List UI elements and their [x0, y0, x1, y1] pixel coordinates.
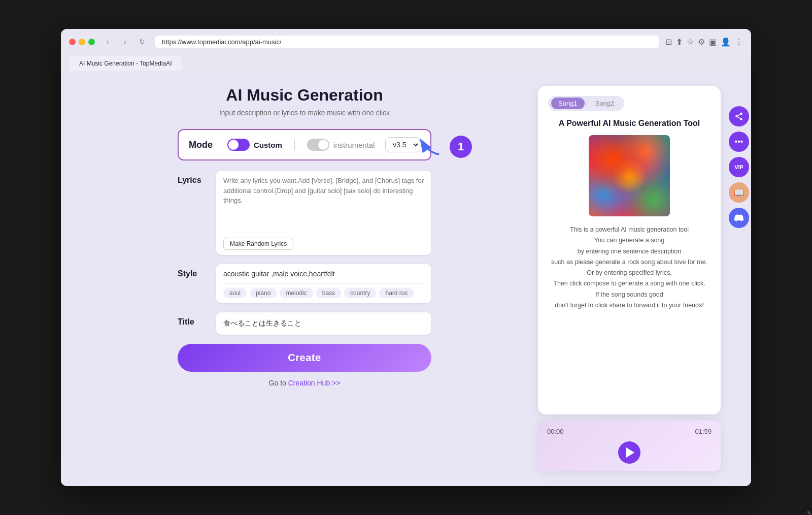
traffic-lights	[69, 39, 95, 45]
svg-point-3	[740, 118, 742, 120]
song-card-title: A Powerful AI Music Generation Tool	[559, 119, 700, 128]
title-row: Title	[178, 312, 431, 335]
creation-hub-anchor[interactable]: Creation Hub >>	[288, 379, 341, 387]
step-1-badge: 1	[450, 136, 472, 158]
svg-point-2	[735, 115, 738, 118]
address-bar[interactable]: https://www.topmediai.com/app/ai-music/	[155, 36, 659, 48]
browser-tab[interactable]: AI Music Generation - TopMediaAI	[69, 56, 182, 71]
player-controls	[547, 441, 712, 464]
more-icon-button[interactable]: •••	[729, 132, 749, 152]
menu-icon[interactable]: ⋮	[735, 37, 743, 47]
mode-divider	[294, 140, 295, 150]
svg-line-5	[737, 114, 740, 116]
desc-line-5: Or by entering specified lyrics.	[551, 268, 707, 278]
creation-hub-link: Go to Creation Hub >>	[178, 379, 431, 387]
player-total-time: 01:59	[695, 428, 712, 435]
right-panel: Song1 | Song2 A Powerful AI Music Genera…	[538, 86, 721, 471]
sidebar-browser-icon[interactable]: ▣	[709, 37, 717, 47]
main-content: AI Music Generation Input description or…	[61, 71, 751, 486]
discord-icon-button[interactable]	[729, 208, 749, 228]
vip-icon-button[interactable]: VIP	[729, 157, 749, 177]
desc-line-4: such as please generate a rock song abou…	[551, 257, 707, 268]
create-button[interactable]: Create	[178, 344, 431, 372]
song-tab-2[interactable]: Song2	[588, 98, 622, 109]
song-description: This is a powerful AI music generation t…	[551, 224, 707, 311]
album-art	[589, 135, 670, 216]
style-label: Style	[178, 264, 208, 278]
custom-toggle-knob	[228, 140, 239, 150]
profile-icon[interactable]: 👤	[721, 37, 731, 47]
more-icon: •••	[735, 137, 743, 146]
style-row: Style soul piano melodic bass country ha…	[178, 264, 431, 303]
title-label: Title	[178, 312, 208, 327]
mode-section: Mode Custom	[178, 129, 431, 160]
player-current-time: 00:00	[547, 428, 564, 435]
style-tag-piano[interactable]: piano	[250, 288, 277, 298]
discord-icon	[734, 213, 743, 222]
maximize-traffic-light[interactable]	[88, 39, 95, 45]
browser-toolbar-right: ⊡ ⬆ ☆ ⚙ ▣ 👤 ⋮	[665, 37, 743, 47]
step1-annotation: 1	[415, 134, 472, 159]
lyrics-label: Lyrics	[178, 171, 208, 185]
style-field: soul piano melodic bass country hard roc	[216, 264, 431, 303]
play-button[interactable]	[618, 441, 640, 464]
page-title: AI Music Generation	[226, 86, 383, 105]
back-button[interactable]: ‹	[101, 35, 114, 48]
instrumental-toggle-group: instrumental	[307, 139, 375, 151]
custom-toggle[interactable]	[227, 139, 250, 151]
play-icon	[626, 447, 634, 458]
song-card: Song1 | Song2 A Powerful AI Music Genera…	[538, 86, 721, 414]
lyrics-textarea[interactable]	[223, 176, 424, 232]
share-icon	[734, 112, 743, 121]
reload-button[interactable]: ↻	[136, 35, 149, 48]
song-tab-1[interactable]: Song1	[551, 98, 585, 109]
song-tabs: Song1 | Song2	[548, 96, 624, 111]
lyrics-row: Lyrics Make Random Lyrics ⤡	[178, 171, 431, 255]
player-time-row: 00:00 01:59	[547, 428, 712, 435]
vip-label: VIP	[734, 164, 743, 170]
book-icon-button[interactable]: 📖	[729, 182, 749, 203]
tab-icon[interactable]: ⊡	[665, 37, 672, 47]
style-tag-hardrock[interactable]: hard roc	[379, 288, 414, 298]
style-tags-container: soul piano melodic bass country hard roc	[223, 283, 424, 298]
style-input[interactable]	[223, 270, 424, 278]
close-traffic-light[interactable]	[69, 39, 76, 45]
player-bar: 00:00 01:59	[538, 421, 721, 471]
tab-separator: |	[586, 100, 587, 107]
creation-hub-prefix: Go to	[269, 379, 288, 387]
share-icon-button[interactable]	[729, 106, 749, 126]
style-tag-melodic[interactable]: melodic	[280, 288, 313, 298]
bookmark-icon[interactable]: ☆	[687, 37, 694, 47]
extensions-icon[interactable]: ⚙	[698, 37, 705, 47]
book-icon: 📖	[734, 188, 744, 198]
style-tag-soul[interactable]: soul	[223, 288, 247, 298]
album-art-inner	[589, 135, 670, 216]
desc-line-3: by entering one sentence description	[551, 246, 707, 257]
random-lyrics-button[interactable]: Make Random Lyrics	[223, 238, 293, 250]
custom-toggle-group: Custom	[227, 139, 282, 151]
page-subtitle: Input description or lyrics to make musi…	[219, 109, 390, 117]
desc-line-1: This is a powerful AI music generation t…	[551, 224, 707, 235]
forward-button[interactable]: ›	[118, 35, 131, 48]
title-field	[216, 312, 431, 335]
minimize-traffic-light[interactable]	[79, 39, 85, 45]
title-input[interactable]	[223, 317, 424, 330]
svg-point-1	[740, 113, 742, 115]
custom-label: Custom	[254, 141, 282, 149]
browser-window: ‹ › ↻ https://www.topmediai.com/app/ai-m…	[61, 29, 751, 486]
browser-chrome: ‹ › ↻ https://www.topmediai.com/app/ai-m…	[61, 29, 751, 71]
desc-line-2: You can generate a song	[551, 235, 707, 246]
instrumental-toggle-knob	[318, 140, 328, 150]
mode-label: Mode	[189, 140, 219, 150]
side-icons: ••• VIP 📖	[729, 106, 749, 228]
desc-line-6: Then click compose to generate a song wi…	[551, 278, 707, 289]
share-browser-icon[interactable]: ⬆	[676, 37, 683, 47]
style-tag-bass[interactable]: bass	[316, 288, 341, 298]
arrow-icon	[415, 134, 446, 159]
form-container: Mode Custom	[178, 129, 431, 387]
instrumental-toggle[interactable]	[307, 139, 329, 151]
left-panel: AI Music Generation Input description or…	[91, 86, 518, 471]
svg-line-4	[737, 117, 740, 118]
style-tag-country[interactable]: country	[344, 288, 376, 298]
instrumental-label: instrumental	[333, 141, 375, 149]
